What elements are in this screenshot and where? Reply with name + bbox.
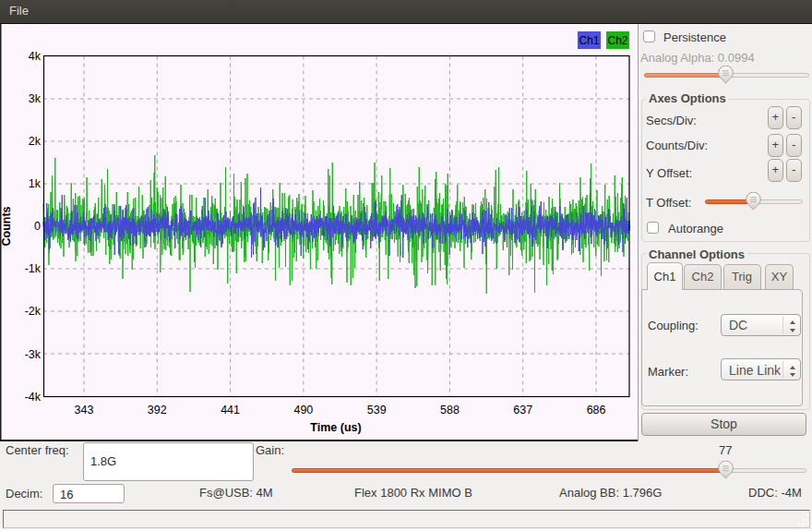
svg-text:3k: 3k (29, 92, 42, 105)
svg-text:Time (us): Time (us) (310, 421, 361, 434)
svg-text:588: 588 (440, 404, 460, 416)
svg-text:539: 539 (367, 404, 387, 416)
svg-text:441: 441 (221, 404, 240, 416)
svg-text:686: 686 (587, 404, 606, 416)
svg-text:Ch2: Ch2 (607, 34, 627, 47)
svg-text:-3k: -3k (25, 348, 42, 361)
svg-text:392: 392 (148, 404, 167, 416)
svg-text:343: 343 (75, 404, 94, 416)
svg-text:-4k: -4k (25, 391, 42, 404)
svg-text:-2k: -2k (25, 305, 42, 318)
svg-text:637: 637 (513, 404, 532, 416)
svg-text:-1k: -1k (25, 262, 42, 275)
svg-text:490: 490 (293, 404, 313, 416)
svg-text:2k: 2k (29, 135, 42, 148)
svg-text:4k: 4k (29, 50, 42, 63)
svg-text:1k: 1k (29, 177, 42, 190)
svg-text:Counts: Counts (0, 206, 13, 246)
svg-text:Ch1: Ch1 (579, 34, 599, 47)
svg-text:0: 0 (34, 220, 41, 233)
